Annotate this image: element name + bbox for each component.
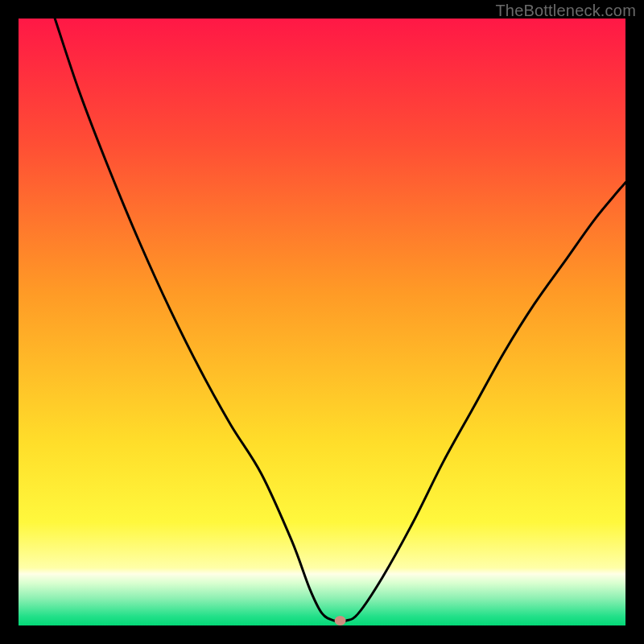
plot-area xyxy=(19,19,625,625)
bottleneck-chart xyxy=(19,19,625,625)
gradient-background xyxy=(19,19,625,625)
optimal-point-marker xyxy=(335,616,346,625)
watermark-text: TheBottleneck.com xyxy=(495,2,636,20)
chart-frame: TheBottleneck.com xyxy=(0,0,644,644)
